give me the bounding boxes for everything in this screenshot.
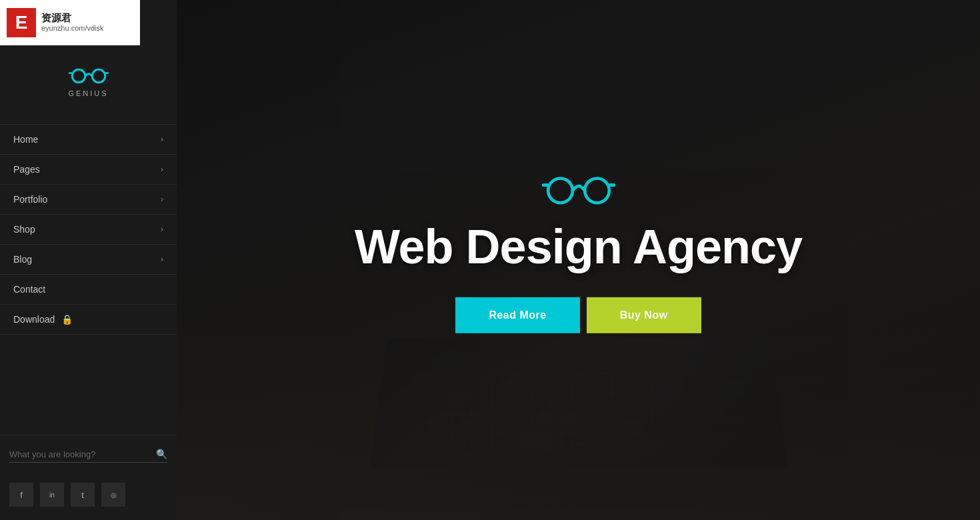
nav-label-blog: Blog bbox=[13, 254, 32, 265]
nav-label-shop: Shop bbox=[13, 224, 35, 235]
svg-point-5 bbox=[585, 179, 609, 203]
watermark-subtitle: eyunzhu.com/vdisk bbox=[41, 24, 104, 33]
navigation: Home › Pages › Portfolio › Shop › Blog ›… bbox=[0, 124, 177, 435]
linkedin-icon: in bbox=[49, 491, 55, 499]
svg-point-0 bbox=[72, 69, 85, 83]
nav-item-shop[interactable]: Shop › bbox=[0, 214, 177, 244]
nav-label-home: Home bbox=[13, 134, 38, 145]
instagram-button[interactable]: ◎ bbox=[101, 483, 125, 507]
search-input[interactable] bbox=[9, 449, 156, 459]
chevron-icon: › bbox=[161, 195, 163, 204]
watermark-text: 资源君 eyunzhu.com/vdisk bbox=[41, 12, 104, 33]
watermark-logo: E bbox=[7, 8, 36, 37]
search-button[interactable]: 🔍 bbox=[156, 449, 167, 459]
nav-item-pages[interactable]: Pages › bbox=[0, 154, 177, 184]
watermark-title: 资源君 bbox=[41, 12, 104, 24]
chevron-icon: › bbox=[161, 255, 163, 264]
read-more-button[interactable]: Read More bbox=[455, 297, 579, 333]
download-icon: 🔒 bbox=[61, 314, 73, 325]
twitter-button[interactable]: t bbox=[71, 483, 95, 507]
chevron-icon: › bbox=[161, 135, 163, 144]
hero-buttons: Read More Buy Now bbox=[312, 297, 845, 333]
facebook-icon: f bbox=[20, 490, 23, 500]
glasses-hero-icon bbox=[542, 174, 615, 207]
watermark: E 资源君 eyunzhu.com/vdisk bbox=[0, 0, 140, 45]
logo-area: GENIUS bbox=[0, 53, 177, 104]
chevron-icon: › bbox=[161, 225, 163, 234]
svg-point-1 bbox=[92, 69, 105, 83]
nav-item-blog[interactable]: Blog › bbox=[0, 244, 177, 274]
brand-name: GENIUS bbox=[68, 89, 108, 97]
sidebar: E 资源君 eyunzhu.com/vdisk GENIUS Home › Pa… bbox=[0, 0, 177, 520]
nav-label-contact: Contact bbox=[13, 284, 45, 295]
nav-item-contact[interactable]: Contact bbox=[0, 274, 177, 304]
nav-item-home[interactable]: Home › bbox=[0, 124, 177, 154]
hero-title: Web Design Agency bbox=[312, 221, 845, 273]
nav-item-download[interactable]: Download 🔒 bbox=[0, 304, 177, 335]
nav-label-pages: Pages bbox=[13, 164, 40, 175]
nav-label-download: Download 🔒 bbox=[13, 314, 73, 325]
nav-label-portfolio: Portfolio bbox=[13, 194, 47, 205]
nav-item-portfolio[interactable]: Portfolio › bbox=[0, 184, 177, 214]
search-box: 🔍 bbox=[9, 446, 167, 463]
search-area: 🔍 bbox=[0, 435, 177, 473]
facebook-button[interactable]: f bbox=[9, 483, 33, 507]
glasses-logo-icon bbox=[69, 67, 109, 85]
svg-point-4 bbox=[548, 179, 573, 203]
hero-content: Web Design Agency Read More Buy Now bbox=[312, 174, 845, 333]
instagram-icon: ◎ bbox=[111, 491, 117, 499]
buy-now-button[interactable]: Buy Now bbox=[587, 297, 701, 333]
hero-section: Web Design Agency Read More Buy Now bbox=[177, 0, 980, 520]
twitter-icon: t bbox=[81, 490, 84, 500]
chevron-icon: › bbox=[161, 165, 163, 174]
linkedin-button[interactable]: in bbox=[40, 483, 64, 507]
social-area: f in t ◎ bbox=[0, 473, 177, 520]
